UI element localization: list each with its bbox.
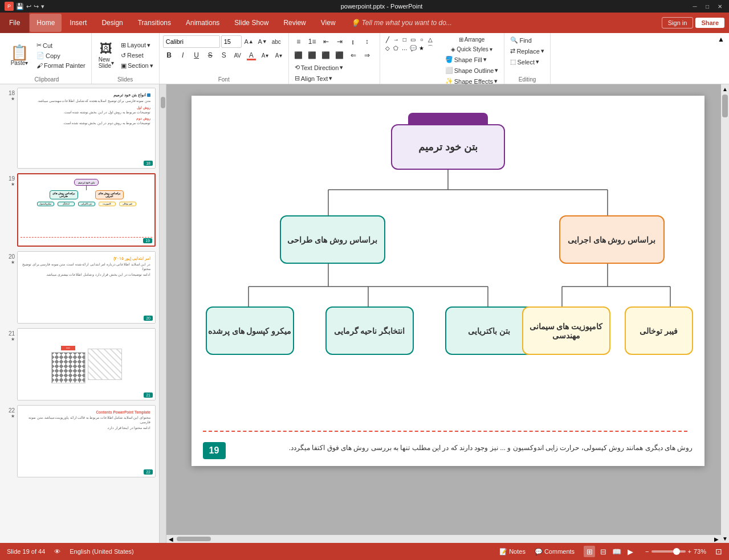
zoom-plus-button[interactable]: + <box>688 548 691 555</box>
scroll-up-button[interactable]: ▲ <box>721 84 729 93</box>
bullets-button[interactable]: ≡ <box>292 35 305 48</box>
replace-button[interactable]: ⇄ Replace▾ <box>508 46 546 56</box>
new-slide-button[interactable]: 🖼 NewSlide▾ <box>95 40 117 71</box>
notes-button[interactable]: 📝 Notes <box>499 548 526 555</box>
slide-thumb-22[interactable]: 22 ★ Contents PowerPoint Template محتوای… <box>2 404 157 479</box>
root-node[interactable]: بتن خود ترمیم <box>391 124 505 170</box>
align-right-button[interactable]: ⬛ <box>320 49 332 62</box>
zoom-slider[interactable] <box>651 550 686 553</box>
child-node-2[interactable]: انتخابگر ناحیه گرمایی <box>325 306 414 355</box>
align-left-button[interactable]: ⬛ <box>292 49 305 62</box>
shape-line[interactable]: ╱ <box>384 35 392 43</box>
menu-transitions[interactable]: Transitions <box>131 14 178 32</box>
sign-in-button[interactable]: Sign in <box>662 17 694 28</box>
font-color-button[interactable]: A <box>245 49 258 62</box>
child-node-1[interactable]: میکرو کپسول های پرشده <box>206 306 294 355</box>
decrease-indent-button[interactable]: ⇤ <box>320 35 332 48</box>
slide-thumb-19[interactable]: 19 ★ بتن خود ترمیم براساس روش های طراحی <box>2 172 157 248</box>
bold-button[interactable]: B <box>163 49 176 62</box>
menu-file[interactable]: File <box>0 13 29 33</box>
line-spacing-button[interactable]: ↕ <box>361 35 373 48</box>
rtl-button[interactable]: ⇐ <box>347 49 360 62</box>
slide-preview-21[interactable]: text 21 <box>17 328 156 400</box>
menu-animations[interactable]: Animations <box>179 14 226 32</box>
scroll-right-button[interactable]: ▶ <box>712 535 721 543</box>
shape-outline-button[interactable]: ⬜ Shape Outline▾ <box>443 66 501 75</box>
canvas-hscrollbar[interactable]: ◀ ▶ <box>166 535 721 543</box>
shape-fill-button[interactable]: 🪣 Shape Fill▾ <box>443 55 501 64</box>
menu-design[interactable]: Design <box>95 14 129 32</box>
child-node-3[interactable]: بتن باکتریایی <box>445 306 533 355</box>
shape-pentagon[interactable]: ⬠ <box>392 44 400 52</box>
columns-button[interactable]: ⫿ <box>347 35 360 48</box>
grow-font-button[interactable]: A▲ <box>243 35 255 48</box>
slide-thumb-20[interactable]: 20 ★ امر ابتدایی (پور ۲۰۱۵) در این اسلای… <box>2 250 157 325</box>
text-direction-button[interactable]: ⟲ Text Direction▾ <box>292 63 346 72</box>
child-node-5[interactable]: فیبر توخالی <box>625 306 693 355</box>
char-spacing-button[interactable]: AV <box>231 49 244 62</box>
cut-button[interactable]: ✂ Cut <box>34 40 88 50</box>
strikethrough-button[interactable]: S <box>204 49 217 62</box>
layout-button[interactable]: ⊞ Layout▾ <box>119 40 156 50</box>
shape-arrow[interactable]: → <box>392 35 400 43</box>
shape-rect[interactable]: □ <box>401 35 409 43</box>
shape-rounded-rect[interactable]: ▭ <box>409 35 417 43</box>
vscroll-thumb[interactable] <box>722 95 728 117</box>
slide-sorter-button[interactable]: ⊟ <box>597 546 609 557</box>
minimize-button[interactable]: ─ <box>690 2 699 11</box>
numbering-button[interactable]: 1≡ <box>306 35 319 48</box>
align-text-button[interactable]: ⊟ Align Text▾ <box>292 73 335 83</box>
clear-format-button[interactable]: abc <box>270 35 283 48</box>
maximize-button[interactable]: □ <box>703 2 712 11</box>
slides-scroll-thumb[interactable] <box>161 97 165 108</box>
normal-view-button[interactable]: ⊞ <box>584 546 595 557</box>
section-button[interactable]: ▣ Section▾ <box>119 61 156 71</box>
shape-callout[interactable]: 💬 <box>409 44 417 52</box>
slide-preview-22[interactable]: Contents PowerPoint Template محتوای این … <box>17 405 156 477</box>
quick-access-redo[interactable]: ↪ <box>34 3 39 10</box>
text-shadow-button[interactable]: S <box>218 49 230 62</box>
ribbon-collapse-button[interactable]: ▲ <box>715 33 727 84</box>
find-button[interactable]: 🔍 Find <box>508 35 546 45</box>
reset-button[interactable]: ↺ Reset <box>119 51 156 60</box>
close-button[interactable]: ✕ <box>715 2 724 11</box>
shape-diamond[interactable]: ◇ <box>384 44 392 52</box>
font-color-dropdown[interactable]: A▾ <box>272 49 285 62</box>
font-name-input[interactable] <box>163 35 220 48</box>
increase-indent-button[interactable]: ⇥ <box>333 35 346 48</box>
exec-node[interactable]: براساس روش های اجرایی <box>559 215 665 264</box>
scroll-left-button[interactable]: ◀ <box>166 535 176 543</box>
underline-button[interactable]: U <box>190 49 203 62</box>
comments-button[interactable]: 💬 Comments <box>535 548 575 555</box>
shape-triangle[interactable]: △ <box>426 35 434 43</box>
quick-styles-button[interactable]: ◈ Quick Styles▾ <box>443 45 501 54</box>
shape-more[interactable]: … <box>401 44 409 52</box>
slide-preview-19[interactable]: بتن خود ترمیم براساس روش های طراحی براسا… <box>17 173 156 247</box>
zoom-minus-button[interactable]: − <box>645 548 649 555</box>
canvas-vscrollbar[interactable]: ▲ ▼ <box>721 84 729 543</box>
quick-access-dropdown[interactable]: ▾ <box>41 3 44 10</box>
fit-slide-button[interactable]: ⊡ <box>715 547 722 556</box>
design-node[interactable]: براساس روش های طراحی <box>280 215 385 264</box>
shrink-font-button[interactable]: A▼ <box>256 35 269 48</box>
menu-home[interactable]: Home <box>30 14 62 32</box>
format-painter-button[interactable]: 🖌 Format Painter <box>34 61 88 70</box>
slide-thumb-18[interactable]: 18 ★ انواع بتن خود ترمیم متن نمونه فارسی… <box>2 87 157 170</box>
slideshow-view-button[interactable]: ▶ <box>625 546 636 557</box>
justify-button[interactable]: ⬛ <box>333 49 346 62</box>
scroll-down-button[interactable]: ▼ <box>721 534 729 543</box>
copy-button[interactable]: 📄 Copy <box>34 51 88 60</box>
menu-view[interactable]: View <box>314 14 343 32</box>
shape-star[interactable]: ★ <box>418 44 426 52</box>
ltr-button[interactable]: ⇒ <box>361 49 373 62</box>
highlight-button[interactable]: A▾ <box>259 49 271 62</box>
menu-tell-me[interactable]: 💡 Tell me what you want to do... <box>344 14 459 32</box>
slide-preview-20[interactable]: امر ابتدایی (پور ۲۰۱۵) در این اسلاید اطل… <box>17 251 156 324</box>
menu-slideshow[interactable]: Slide Show <box>227 14 275 32</box>
quick-access-save[interactable]: 💾 <box>16 3 24 10</box>
menu-review[interactable]: Review <box>276 14 312 32</box>
child-node-4[interactable]: کامپوزیت های سیمانی مهندسی <box>522 306 610 355</box>
shape-oval[interactable]: ○ <box>418 35 426 43</box>
hscroll-thumb[interactable] <box>177 537 211 541</box>
italic-button[interactable]: I <box>177 49 189 62</box>
